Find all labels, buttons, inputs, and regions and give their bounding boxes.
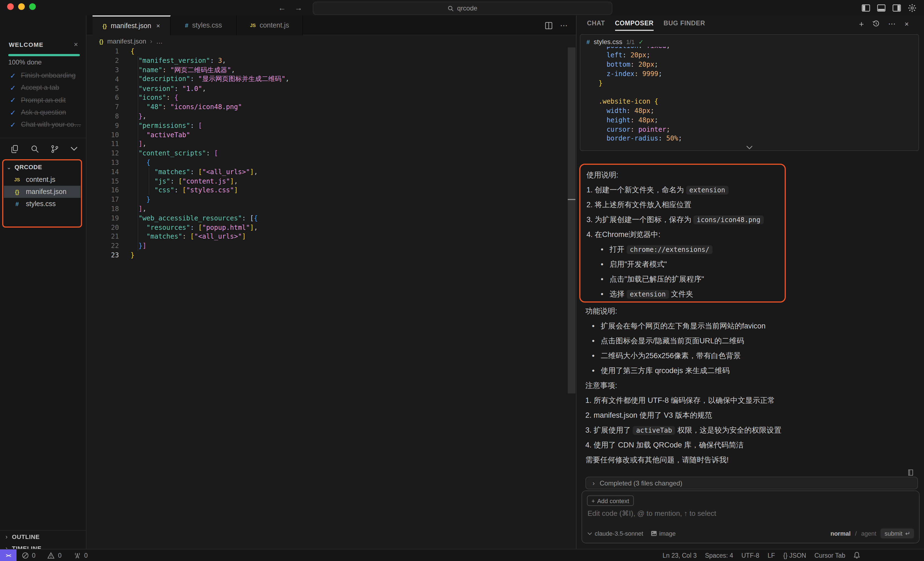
code-text: }, — [130, 113, 147, 120]
code-text: "version": "1.0", — [130, 84, 206, 92]
editor-scrollbar[interactable] — [568, 47, 575, 394]
notifications-bell-icon[interactable] — [854, 552, 860, 559]
mode-agent[interactable]: agent — [861, 530, 876, 537]
chevron-down-icon: ⌄ — [7, 164, 11, 170]
copy-files-icon[interactable] — [11, 144, 19, 153]
code-text: "matches": ["<all_urls>"] — [130, 233, 246, 241]
line-number: 12 — [87, 149, 119, 157]
chat-text: 2. manifest.json 使用了 V3 版本的规范 — [585, 411, 712, 420]
remote-indicator[interactable]: >< — [0, 549, 16, 561]
file-item-content-js[interactable]: JScontent.js — [4, 174, 80, 186]
welcome-task-accept-a-tab[interactable]: ✓Accept a tab — [0, 82, 87, 94]
welcome-task-chat-with-your-co[interactable]: ✓Chat with your co… — [0, 119, 87, 131]
card-file-name[interactable]: styles.css — [594, 38, 622, 46]
editor-tab-content-js[interactable]: JScontent.js — [237, 15, 303, 35]
history-icon[interactable] — [872, 20, 880, 27]
model-selector[interactable]: claude-3.5-sonnet — [588, 530, 643, 537]
file-item-manifest-json[interactable]: {}manifest.json — [4, 186, 80, 198]
line-number: 13 — [87, 159, 119, 167]
code-text: "content_scripts": [ — [130, 149, 218, 157]
status-item-spaces-4[interactable]: Spaces: 4 — [705, 552, 733, 558]
panel-more-icon[interactable]: ⋯ — [888, 19, 897, 28]
code-text: "48": "icons/icon48.png" — [130, 103, 242, 111]
code-line: .website-icon { — [587, 97, 912, 106]
tab-chat[interactable]: CHAT — [587, 20, 605, 27]
editor-tab-styles-css[interactable]: #styles.css — [171, 15, 237, 35]
command-search-input[interactable]: qrcode — [313, 2, 612, 15]
code-line: 17 } — [87, 195, 568, 205]
ports-tower-icon[interactable] — [74, 552, 81, 558]
css-file-icon: # — [13, 201, 21, 207]
chevron-right-icon: › — [592, 479, 595, 487]
code-editor[interactable]: 1{2 "manifest_version": 3,3 "name": "网页二… — [87, 47, 568, 260]
chat-line: 3. 为扩展创建一个图标，保存为 icons/icon48.png — [586, 212, 784, 227]
welcome-close-icon[interactable]: × — [74, 40, 78, 48]
expand-chevron-icon[interactable] — [746, 146, 753, 149]
new-chat-plus-icon[interactable]: + — [859, 19, 864, 29]
code-line: 21 "matches": ["<all_urls>"] — [87, 232, 568, 241]
file-name: content.js — [26, 176, 56, 183]
code-text: "web_accessible_resources": [{ — [130, 214, 258, 222]
tab-bug-finder[interactable]: BUG FINDER — [663, 20, 705, 27]
completed-files-bar[interactable]: › Completed (3 files changed) — [585, 477, 918, 489]
zoom-window-button[interactable] — [29, 3, 36, 10]
code-line: 20 "resources": ["popup.html"], — [87, 223, 568, 232]
tab-composer[interactable]: COMPOSER — [615, 20, 654, 27]
panel-close-icon[interactable]: × — [905, 20, 909, 28]
file-item-styles-css[interactable]: #styles.css — [4, 198, 80, 210]
chat-input-box[interactable]: + Add context Edit code (⌘I), @ to menti… — [582, 490, 920, 543]
code-line: z-index: 9999; — [587, 69, 912, 78]
toggle-left-sidebar-icon[interactable] — [862, 4, 870, 11]
minimize-window-button[interactable] — [18, 3, 25, 10]
welcome-task-prompt-an-edit[interactable]: ✓Prompt an edit — [0, 94, 87, 106]
status-item-json[interactable]: {} JSON — [783, 552, 806, 558]
nav-back-icon[interactable]: ← — [278, 3, 286, 12]
add-context-label: Add context — [597, 497, 629, 504]
code-line: 15 "js": ["content.js"], — [87, 176, 568, 186]
card-code-preview[interactable]: position: fixed; left: 20px; bottom: 20p… — [587, 47, 912, 146]
attach-image-button[interactable]: image — [651, 530, 676, 537]
chat-line: 4. 在Chrome浏览器中: — [586, 227, 784, 242]
close-window-button[interactable] — [7, 3, 14, 10]
warnings-icon[interactable] — [48, 552, 55, 558]
breadcrumb[interactable]: {} manifest.json › … — [99, 35, 163, 47]
settings-gear-icon[interactable] — [908, 4, 916, 12]
status-item-ln-23-col-3[interactable]: Ln 23, Col 3 — [663, 552, 697, 558]
split-editor-icon[interactable] — [545, 22, 552, 29]
search-value: qrcode — [457, 5, 477, 12]
mode-normal[interactable]: normal — [830, 530, 850, 537]
inline-code: chrome://extensions/ — [627, 245, 713, 254]
nav-forward-icon[interactable]: → — [295, 3, 302, 12]
code-line: 1{ — [87, 47, 568, 56]
chevron-down-icon[interactable] — [70, 147, 78, 151]
chat-line: 使用说明: — [586, 167, 784, 182]
chat-text: 点击图标会显示/隐藏当前页面URL的二维码 — [601, 337, 744, 345]
notebook-icon[interactable] — [908, 469, 914, 476]
welcome-task-ask-a-question[interactable]: ✓Ask a question — [0, 106, 87, 119]
chat-text: 3. 扩展使用了 — [585, 426, 633, 434]
search-sidebar-icon[interactable] — [31, 144, 39, 153]
sidebar-action-bar — [0, 141, 98, 156]
chat-line: 2. manifest.json 使用了 V3 版本的规范 — [585, 408, 919, 423]
status-item-lf[interactable]: LF — [768, 552, 775, 558]
submit-button[interactable]: submit ↵ — [881, 528, 914, 538]
toggle-bottom-panel-icon[interactable] — [877, 4, 885, 11]
chat-text: 选择 — [610, 290, 627, 298]
sidebar-section-outline[interactable]: ›OUTLINE — [0, 531, 87, 543]
source-control-icon[interactable] — [51, 144, 59, 153]
status-item-utf-8[interactable]: UTF-8 — [741, 552, 759, 558]
chat-text: 4. 使用了 CDN 加载 QRCode 库，确保代码简洁 — [585, 441, 744, 449]
editor-tab-manifest-json[interactable]: {}manifest.json× — [93, 15, 171, 35]
errors-icon[interactable] — [22, 552, 28, 558]
code-line: cursor: pointer; — [587, 125, 912, 134]
welcome-task-finish-onboarding[interactable]: ✓Finish onboarding — [0, 69, 87, 82]
explorer-root-folder[interactable]: ⌄ QRCODE — [3, 160, 81, 174]
add-context-button[interactable]: + Add context — [587, 495, 633, 506]
toggle-right-sidebar-icon[interactable] — [892, 4, 901, 11]
chat-text: 需要任何修改或有其他问题，请随时告诉我! — [585, 456, 729, 464]
welcome-task-list: ✓Finish onboarding✓Accept a tab✓Prompt a… — [0, 69, 87, 131]
status-item-cursor-tab[interactable]: Cursor Tab — [814, 552, 845, 558]
tab-close-icon[interactable]: × — [156, 22, 160, 30]
editor-more-actions-icon[interactable]: ⋯ — [560, 21, 568, 30]
js-file-icon: JS — [250, 23, 256, 28]
